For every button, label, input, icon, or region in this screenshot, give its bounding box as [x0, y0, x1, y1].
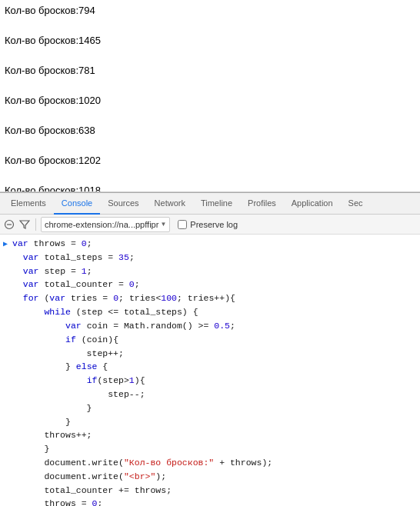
preserve-log-checkbox[interactable] [178, 220, 187, 229]
devtools-tabs: Elements Console Sources Network Timelin… [0, 193, 420, 215]
page-output: Кол-во бросков:794 Кол-во бросков:1465 К… [0, 0, 420, 192]
devtools-toolbar: chrome-extension://na...ppffipr ▼ Preser… [0, 215, 420, 235]
output-line-6: Кол-во бросков:1202 [5, 153, 415, 168]
url-text: chrome-extension://na...ppffipr [45, 220, 158, 229]
toolbar-divider [35, 218, 36, 231]
output-line-1: Кол-во бросков:794 [5, 3, 415, 18]
tab-sources[interactable]: Sources [100, 193, 146, 215]
console-code-block: var throws = 0; var total_steps = 35; va… [12, 237, 420, 506]
output-line-2: Кол-во бросков:1465 [5, 33, 415, 48]
console-output[interactable]: ▶ var throws = 0; var total_steps = 35; … [0, 235, 420, 506]
output-line-5: Кол-во бросков:638 [5, 123, 415, 138]
console-run-indicator: ▶ [0, 237, 12, 251]
tab-network[interactable]: Network [147, 193, 193, 215]
preserve-log-area: Preserve log [178, 220, 238, 229]
tab-elements[interactable]: Elements [3, 193, 54, 215]
tab-console[interactable]: Console [54, 193, 100, 215]
output-line-4: Кол-во бросков:1020 [5, 93, 415, 108]
preserve-log-label[interactable]: Preserve log [190, 220, 238, 229]
console-entry-code: ▶ var throws = 0; var total_steps = 35; … [0, 236, 420, 506]
url-box[interactable]: chrome-extension://na...ppffipr ▼ [41, 217, 170, 232]
filter-icon[interactable] [18, 218, 31, 231]
output-line-7: Кол-во бросков:1018 [5, 183, 415, 192]
tab-profiles[interactable]: Profiles [240, 193, 284, 215]
url-dropdown-arrow[interactable]: ▼ [160, 221, 166, 228]
tab-application[interactable]: Application [284, 193, 341, 215]
tab-sec[interactable]: Sec [341, 193, 371, 215]
devtools-panel: Elements Console Sources Network Timelin… [0, 192, 420, 506]
clear-console-icon[interactable] [3, 218, 15, 231]
tab-timeline[interactable]: Timeline [193, 193, 240, 215]
output-line-3: Кол-во бросков:781 [5, 63, 415, 78]
